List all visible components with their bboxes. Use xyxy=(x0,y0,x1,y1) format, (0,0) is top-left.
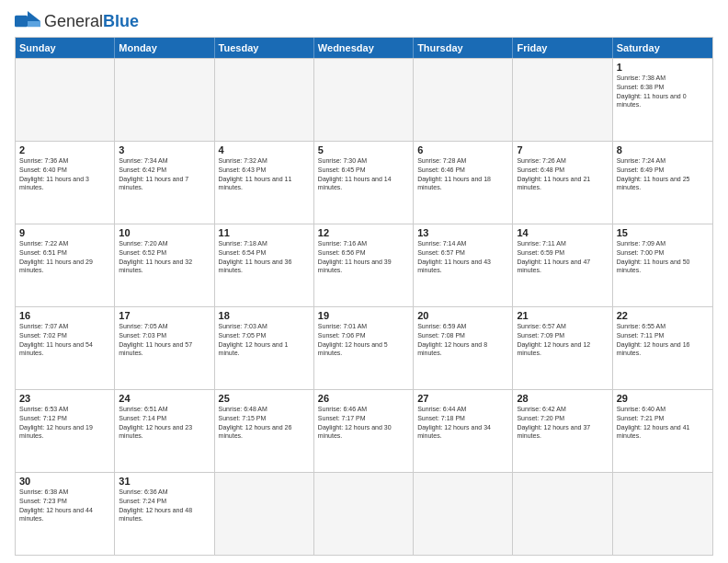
day-info: Sunrise: 6:57 AM Sunset: 7:09 PM Dayligh… xyxy=(517,322,608,358)
calendar-header: SundayMondayTuesdayWednesdayThursdayFrid… xyxy=(16,38,712,58)
calendar-cell: 20Sunrise: 6:59 AM Sunset: 7:08 PM Dayli… xyxy=(414,307,513,389)
calendar-cell: 19Sunrise: 7:01 AM Sunset: 7:06 PM Dayli… xyxy=(314,307,414,389)
day-number: 12 xyxy=(318,227,409,238)
day-info: Sunrise: 6:59 AM Sunset: 7:08 PM Dayligh… xyxy=(417,322,508,358)
calendar-row-1: 2Sunrise: 7:36 AM Sunset: 6:40 PM Daylig… xyxy=(16,141,712,224)
day-info: Sunrise: 6:40 AM Sunset: 7:21 PM Dayligh… xyxy=(617,405,709,441)
calendar-cell xyxy=(513,59,612,141)
calendar-row-4: 23Sunrise: 6:53 AM Sunset: 7:12 PM Dayli… xyxy=(16,389,712,472)
header-day-wednesday: Wednesday xyxy=(314,38,414,58)
calendar: SundayMondayTuesdayWednesdayThursdayFrid… xyxy=(15,37,713,556)
day-number: 23 xyxy=(19,393,110,404)
day-number: 10 xyxy=(119,227,210,238)
calendar-cell: 3Sunrise: 7:34 AM Sunset: 6:42 PM Daylig… xyxy=(115,142,214,224)
calendar-cell xyxy=(314,473,414,555)
day-info: Sunrise: 7:03 AM Sunset: 7:05 PM Dayligh… xyxy=(219,322,310,358)
day-number: 20 xyxy=(417,310,508,321)
day-info: Sunrise: 7:20 AM Sunset: 6:52 PM Dayligh… xyxy=(119,239,210,275)
day-info: Sunrise: 7:26 AM Sunset: 6:48 PM Dayligh… xyxy=(517,156,608,192)
calendar-cell: 25Sunrise: 6:48 AM Sunset: 7:15 PM Dayli… xyxy=(215,390,314,472)
day-info: Sunrise: 7:28 AM Sunset: 6:46 PM Dayligh… xyxy=(417,156,508,192)
header-day-thursday: Thursday xyxy=(414,38,513,58)
day-info: Sunrise: 7:24 AM Sunset: 6:49 PM Dayligh… xyxy=(617,156,709,192)
calendar-cell: 17Sunrise: 7:05 AM Sunset: 7:03 PM Dayli… xyxy=(115,307,214,389)
day-info: Sunrise: 7:30 AM Sunset: 6:45 PM Dayligh… xyxy=(318,156,409,192)
day-number: 25 xyxy=(219,393,310,404)
day-number: 24 xyxy=(119,393,210,404)
day-number: 31 xyxy=(119,476,210,487)
day-number: 2 xyxy=(19,144,110,155)
logo: GeneralBlue xyxy=(15,11,139,31)
day-number: 8 xyxy=(617,144,709,155)
svg-marker-1 xyxy=(28,11,40,21)
day-info: Sunrise: 7:16 AM Sunset: 6:56 PM Dayligh… xyxy=(318,239,409,275)
day-number: 1 xyxy=(617,62,709,73)
day-number: 28 xyxy=(517,393,608,404)
day-info: Sunrise: 7:22 AM Sunset: 6:51 PM Dayligh… xyxy=(19,239,110,275)
day-info: Sunrise: 6:36 AM Sunset: 7:24 PM Dayligh… xyxy=(119,488,210,523)
logo-icon xyxy=(15,11,40,31)
logo-text: GeneralBlue xyxy=(44,12,139,31)
calendar-cell xyxy=(215,59,314,141)
day-info: Sunrise: 6:44 AM Sunset: 7:18 PM Dayligh… xyxy=(417,405,508,441)
svg-rect-2 xyxy=(28,21,40,27)
calendar-cell xyxy=(414,473,513,555)
day-number: 17 xyxy=(119,310,210,321)
calendar-cell: 15Sunrise: 7:09 AM Sunset: 7:00 PM Dayli… xyxy=(613,224,712,306)
svg-rect-0 xyxy=(15,16,28,27)
day-info: Sunrise: 7:32 AM Sunset: 6:43 PM Dayligh… xyxy=(219,156,310,192)
calendar-cell: 4Sunrise: 7:32 AM Sunset: 6:43 PM Daylig… xyxy=(215,142,314,224)
calendar-cell: 22Sunrise: 6:55 AM Sunset: 7:11 PM Dayli… xyxy=(613,307,712,389)
day-info: Sunrise: 6:48 AM Sunset: 7:15 PM Dayligh… xyxy=(219,405,310,441)
day-number: 26 xyxy=(318,393,409,404)
calendar-row-2: 9Sunrise: 7:22 AM Sunset: 6:51 PM Daylig… xyxy=(16,224,712,306)
day-info: Sunrise: 7:09 AM Sunset: 7:00 PM Dayligh… xyxy=(617,239,709,275)
calendar-cell: 21Sunrise: 6:57 AM Sunset: 7:09 PM Dayli… xyxy=(513,307,612,389)
day-info: Sunrise: 7:01 AM Sunset: 7:06 PM Dayligh… xyxy=(318,322,409,358)
day-number: 19 xyxy=(318,310,409,321)
calendar-cell: 8Sunrise: 7:24 AM Sunset: 6:49 PM Daylig… xyxy=(613,142,712,224)
day-number: 22 xyxy=(617,310,709,321)
day-info: Sunrise: 7:34 AM Sunset: 6:42 PM Dayligh… xyxy=(119,156,210,192)
calendar-row-0: 1Sunrise: 7:38 AM Sunset: 6:38 PM Daylig… xyxy=(16,58,712,141)
day-number: 21 xyxy=(517,310,608,321)
day-number: 29 xyxy=(617,393,709,404)
day-info: Sunrise: 6:55 AM Sunset: 7:11 PM Dayligh… xyxy=(617,322,709,358)
day-number: 4 xyxy=(219,144,310,155)
calendar-cell: 29Sunrise: 6:40 AM Sunset: 7:21 PM Dayli… xyxy=(613,390,712,472)
calendar-cell xyxy=(513,473,612,555)
calendar-cell: 16Sunrise: 7:07 AM Sunset: 7:02 PM Dayli… xyxy=(16,307,115,389)
header-day-saturday: Saturday xyxy=(613,38,712,58)
day-number: 30 xyxy=(19,476,110,487)
calendar-cell: 14Sunrise: 7:11 AM Sunset: 6:59 PM Dayli… xyxy=(513,224,612,306)
calendar-cell: 13Sunrise: 7:14 AM Sunset: 6:57 PM Dayli… xyxy=(414,224,513,306)
header-day-monday: Monday xyxy=(115,38,214,58)
day-number: 14 xyxy=(517,227,608,238)
calendar-cell: 26Sunrise: 6:46 AM Sunset: 7:17 PM Dayli… xyxy=(314,390,414,472)
day-number: 15 xyxy=(617,227,709,238)
day-number: 11 xyxy=(219,227,310,238)
day-number: 13 xyxy=(417,227,508,238)
calendar-cell: 5Sunrise: 7:30 AM Sunset: 6:45 PM Daylig… xyxy=(314,142,414,224)
day-number: 27 xyxy=(417,393,508,404)
calendar-cell: 24Sunrise: 6:51 AM Sunset: 7:14 PM Dayli… xyxy=(115,390,214,472)
calendar-cell: 18Sunrise: 7:03 AM Sunset: 7:05 PM Dayli… xyxy=(215,307,314,389)
calendar-row-5: 30Sunrise: 6:38 AM Sunset: 7:23 PM Dayli… xyxy=(16,472,712,555)
day-number: 18 xyxy=(219,310,310,321)
calendar-body: 1Sunrise: 7:38 AM Sunset: 6:38 PM Daylig… xyxy=(16,58,712,555)
calendar-cell: 2Sunrise: 7:36 AM Sunset: 6:40 PM Daylig… xyxy=(16,142,115,224)
day-info: Sunrise: 7:18 AM Sunset: 6:54 PM Dayligh… xyxy=(219,239,310,275)
calendar-cell: 23Sunrise: 6:53 AM Sunset: 7:12 PM Dayli… xyxy=(16,390,115,472)
calendar-cell xyxy=(115,59,214,141)
day-number: 3 xyxy=(119,144,210,155)
header: GeneralBlue xyxy=(15,11,713,31)
header-day-sunday: Sunday xyxy=(16,38,115,58)
day-number: 6 xyxy=(417,144,508,155)
calendar-cell: 27Sunrise: 6:44 AM Sunset: 7:18 PM Dayli… xyxy=(414,390,513,472)
day-info: Sunrise: 7:05 AM Sunset: 7:03 PM Dayligh… xyxy=(119,322,210,358)
day-info: Sunrise: 7:36 AM Sunset: 6:40 PM Dayligh… xyxy=(19,156,110,192)
day-info: Sunrise: 6:38 AM Sunset: 7:23 PM Dayligh… xyxy=(19,488,110,523)
day-info: Sunrise: 6:51 AM Sunset: 7:14 PM Dayligh… xyxy=(119,405,210,441)
page: GeneralBlue SundayMondayTuesdayWednesday… xyxy=(0,0,728,563)
calendar-cell: 30Sunrise: 6:38 AM Sunset: 7:23 PM Dayli… xyxy=(16,473,115,555)
